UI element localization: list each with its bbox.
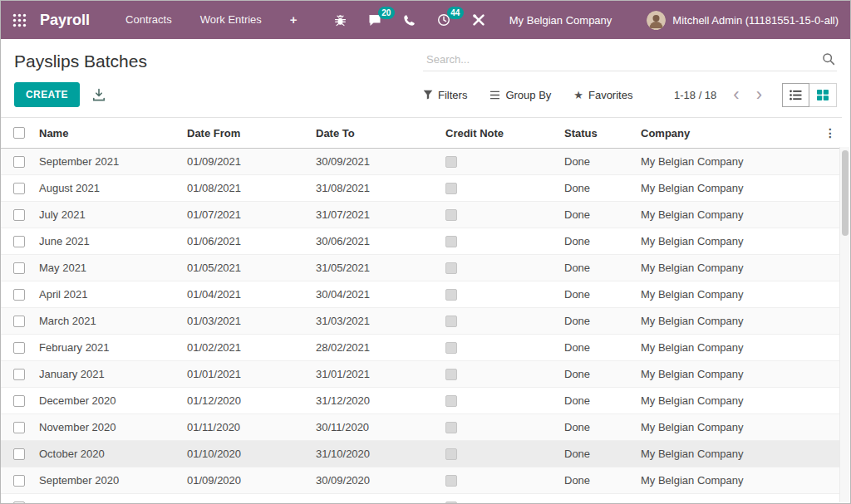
cell-date-to: 28/02/2021 — [311, 335, 440, 361]
bug-icon[interactable] — [323, 1, 357, 39]
select-all-checkbox[interactable] — [13, 127, 25, 139]
row-checkbox[interactable] — [13, 342, 25, 354]
cell-credit-note — [440, 175, 559, 202]
export-download-icon[interactable] — [92, 88, 106, 101]
row-checkbox[interactable] — [13, 156, 25, 168]
cell-credit-note — [440, 361, 559, 388]
cell-company: My Belgian Company — [636, 467, 819, 494]
kanban-view-button[interactable] — [809, 83, 837, 107]
row-checkbox[interactable] — [13, 316, 25, 327]
activities-clock-icon[interactable]: 44 — [426, 1, 461, 39]
row-checkbox[interactable] — [13, 289, 25, 301]
cell-credit-note — [440, 255, 559, 281]
cell-batch-name: June 2021 — [34, 228, 182, 255]
cell-credit-note — [440, 228, 559, 255]
search-input[interactable] — [426, 53, 822, 66]
menu-contracts[interactable]: Contracts — [111, 1, 186, 39]
create-button[interactable]: CREATE — [14, 82, 80, 107]
cell-credit-note — [440, 467, 559, 494]
column-header-date-to[interactable]: Date To — [311, 118, 440, 149]
row-checkbox[interactable] — [13, 448, 25, 460]
pager-previous-icon[interactable]: ‹ — [725, 88, 747, 101]
cell-batch-name: August 2021 — [34, 175, 182, 202]
cell-company: My Belgian Company — [636, 149, 819, 175]
table-row[interactable]: August 2020 01/08/2020 31/08/2020 Done M… — [1, 494, 842, 504]
row-checkbox[interactable] — [13, 236, 25, 247]
company-switcher[interactable]: My Belgian Company — [509, 14, 612, 27]
table-row[interactable]: September 2020 01/09/2020 30/09/2020 Don… — [1, 467, 842, 494]
app-name[interactable]: Payroll — [40, 12, 90, 29]
table-row[interactable]: November 2020 01/11/2020 30/11/2020 Done… — [1, 414, 842, 441]
row-checkbox[interactable] — [13, 395, 25, 407]
table-row[interactable]: July 2021 01/07/2021 31/07/2021 Done My … — [1, 202, 842, 228]
menu-plus[interactable]: + — [276, 1, 312, 39]
table-row[interactable]: March 2021 01/03/2021 31/03/2021 Done My… — [1, 308, 842, 335]
cell-date-from: 01/08/2021 — [182, 175, 311, 202]
apps-menu-icon[interactable] — [11, 13, 35, 27]
table-row[interactable]: June 2021 01/06/2021 30/06/2021 Done My … — [1, 228, 842, 255]
row-checkbox[interactable] — [13, 369, 25, 380]
row-checkbox[interactable] — [13, 209, 25, 221]
search-icon[interactable] — [822, 52, 835, 66]
vertical-scrollbar[interactable] — [839, 147, 849, 502]
cell-status: Done — [559, 281, 636, 308]
list-view-button[interactable] — [782, 83, 809, 107]
cell-company: My Belgian Company — [636, 281, 819, 308]
tools-icon[interactable] — [461, 1, 496, 39]
menu-work-entries[interactable]: Work Entries — [186, 1, 276, 39]
table-row[interactable]: September 2021 01/09/2021 30/09/2021 Don… — [1, 149, 842, 175]
optional-columns-icon[interactable]: ⋮ — [824, 126, 836, 139]
column-header-company[interactable]: Company — [636, 118, 819, 149]
cell-date-from: 01/09/2021 — [182, 149, 311, 175]
table-row[interactable]: October 2020 01/10/2020 31/10/2020 Done … — [1, 441, 842, 467]
cell-company: My Belgian Company — [636, 202, 819, 228]
table-row[interactable]: December 2020 01/12/2020 31/12/2020 Done… — [1, 388, 842, 414]
table-row[interactable]: January 2021 01/01/2021 31/01/2021 Done … — [1, 361, 842, 388]
row-checkbox[interactable] — [13, 422, 25, 433]
cell-batch-name: March 2021 — [34, 308, 182, 335]
phone-icon[interactable] — [392, 1, 426, 39]
row-checkbox[interactable] — [13, 502, 25, 504]
column-header-date-from[interactable]: Date From — [182, 118, 311, 149]
column-header-credit-note[interactable]: Credit Note — [440, 118, 559, 149]
table-row[interactable]: February 2021 01/02/2021 28/02/2021 Done… — [1, 335, 842, 361]
odoo-window: Payroll Contracts Work Entries + — [0, 0, 851, 504]
credit-note-checkbox — [445, 316, 457, 327]
cell-date-to: 30/04/2021 — [311, 281, 440, 308]
row-checkbox[interactable] — [13, 262, 25, 274]
cell-company: My Belgian Company — [636, 255, 819, 281]
cell-status: Done — [559, 202, 636, 228]
cell-credit-note — [440, 388, 559, 414]
filters-label: Filters — [438, 89, 467, 101]
cell-date-from: 01/07/2021 — [182, 202, 311, 228]
row-checkbox[interactable] — [13, 183, 25, 194]
table-body: September 2021 01/09/2021 30/09/2021 Don… — [1, 149, 842, 504]
user-menu[interactable]: Mitchell Admin (11181551-15-0-all) — [647, 11, 839, 30]
cell-date-to: 31/05/2021 — [311, 255, 440, 281]
scrollbar-thumb[interactable] — [842, 150, 849, 236]
group-by-icon — [489, 91, 500, 100]
column-header-status[interactable]: Status — [559, 118, 636, 149]
credit-note-checkbox — [445, 156, 457, 168]
cell-company: My Belgian Company — [636, 175, 819, 202]
systray: 20 44 My Belgian — [323, 1, 839, 39]
cell-batch-name: May 2021 — [34, 255, 182, 281]
table-row[interactable]: August 2021 01/08/2021 31/08/2021 Done M… — [1, 175, 842, 202]
cell-batch-name: July 2021 — [34, 202, 182, 228]
cell-credit-note — [440, 202, 559, 228]
favorites-button[interactable]: ★ Favorites — [573, 89, 632, 101]
cell-date-to: 31/03/2021 — [311, 308, 440, 335]
filters-button[interactable]: Filters — [423, 89, 467, 101]
table-header-row: Name Date From Date To Credit Note Statu… — [1, 118, 842, 149]
row-checkbox[interactable] — [13, 475, 25, 487]
cell-date-to: 31/08/2021 — [311, 175, 440, 202]
table-row[interactable]: April 2021 01/04/2021 30/04/2021 Done My… — [1, 281, 842, 308]
messages-icon[interactable]: 20 — [357, 1, 392, 39]
column-header-name[interactable]: Name — [34, 118, 182, 149]
pager-next-icon[interactable]: › — [748, 88, 770, 101]
table-row[interactable]: May 2021 01/05/2021 31/05/2021 Done My B… — [1, 255, 842, 281]
credit-note-checkbox — [445, 183, 457, 194]
cell-status: Done — [559, 255, 636, 281]
group-by-button[interactable]: Group By — [489, 89, 551, 101]
credit-note-checkbox — [445, 289, 457, 301]
